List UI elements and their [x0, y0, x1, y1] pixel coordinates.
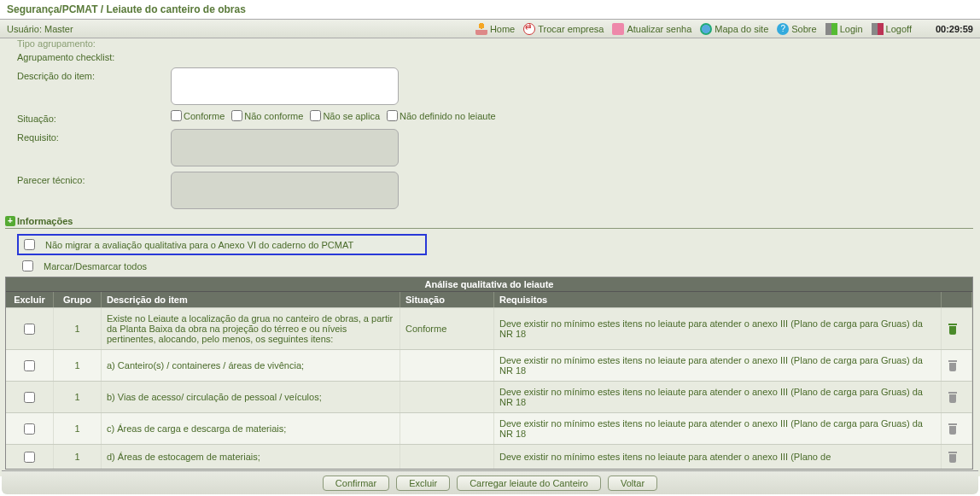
footer-bar: Confirmar Excluir Carregar leiaute do Ca…	[2, 470, 978, 494]
cell-situacao	[400, 382, 494, 412]
chk-nao-definido[interactable]: Não definido no leiaute	[387, 110, 496, 121]
trash-icon[interactable]	[947, 359, 959, 372]
trash-icon[interactable]	[947, 390, 959, 404]
row-nao-migrar: Não migrar a avaliação qualitativa para …	[17, 234, 427, 255]
table-row: 1d) Áreas de estocagem de materiais;Deve…	[6, 444, 972, 469]
cell-grupo: 1	[54, 382, 102, 412]
cell-situacao	[400, 350, 494, 381]
cell-descricao: Existe no Leiaute a localização da grua …	[102, 308, 400, 349]
nav-home[interactable]: Home	[475, 23, 515, 35]
label-requisito: Requisito:	[17, 129, 171, 143]
chk-marcar-todos[interactable]	[22, 260, 33, 271]
chk-conforme[interactable]: Conforme	[171, 110, 225, 121]
top-bar: Usuário: Master Home Trocar empresa Atua…	[0, 20, 980, 38]
hdr-descricao: Descrição do item	[102, 292, 400, 307]
cell-grupo: 1	[54, 350, 102, 381]
cell-descricao: b) Vias de acesso/ circulação de pessoal…	[102, 382, 400, 412]
cell-situacao	[400, 413, 494, 444]
chk-nao-conforme[interactable]: Não conforme	[231, 110, 303, 121]
cell-requisitos: Deve existir no mínimo estes itens no le…	[494, 413, 942, 444]
hdr-situacao: Situação	[400, 292, 494, 307]
trash-icon[interactable]	[947, 450, 959, 464]
nav-atualizar-senha[interactable]: Atualizar senha	[612, 23, 691, 35]
chk-nao-migrar[interactable]	[24, 239, 35, 250]
trash-icon[interactable]	[947, 422, 959, 435]
cell-requisitos: Deve existir no mínimo estes itens no le…	[494, 445, 942, 469]
cell-grupo: 1	[54, 445, 102, 469]
row-exclude-chk[interactable]	[24, 324, 35, 335]
key-icon	[612, 23, 624, 35]
user-label: Usuário: Master	[7, 24, 73, 34]
cell-grupo: 1	[54, 413, 102, 444]
row-exclude-chk[interactable]	[24, 360, 35, 371]
breadcrumb: Segurança/PCMAT / Leiaute do canteiro de…	[0, 0, 980, 20]
nav-mapa-site[interactable]: Mapa do site	[700, 23, 768, 35]
logoff-icon	[872, 23, 884, 35]
btn-voltar[interactable]: Voltar	[608, 476, 657, 491]
table-row: 1c) Áreas de carga e descarga de materia…	[6, 412, 972, 444]
label-agrupamento-checklist: Agrupamento checklist:	[17, 49, 171, 62]
globe-icon	[700, 23, 712, 35]
hdr-excluir: Excluir	[6, 292, 54, 307]
table-analise: Análise qualitativa do leiaute Excluir G…	[5, 277, 973, 470]
nav-trocar-empresa[interactable]: Trocar empresa	[523, 23, 604, 35]
lbl-nao-migrar: Não migrar a avaliação qualitativa para …	[45, 240, 353, 250]
cell-requisitos: Deve existir no mínimo estes itens no le…	[494, 308, 942, 349]
nav-sobre[interactable]: Sobre	[777, 23, 816, 35]
cell-descricao: c) Áreas de carga e descarga de materiai…	[102, 413, 400, 444]
table-row: 1b) Vias de acesso/ circulação de pessoa…	[6, 381, 972, 412]
btn-excluir[interactable]: Excluir	[396, 476, 450, 491]
descricao-item-input[interactable]	[171, 67, 399, 105]
main-content: Tipo agrupamento: Agrupamento checklist:…	[0, 38, 980, 476]
row-marcar-todos: Marcar/Desmarcar todos	[17, 257, 973, 275]
cell-requisitos: Deve existir no mínimo estes itens no le…	[494, 350, 942, 381]
plus-icon: +	[5, 216, 15, 226]
session-clock: 00:29:59	[936, 24, 973, 34]
hdr-delete	[942, 292, 972, 307]
lbl-marcar-todos: Marcar/Desmarcar todos	[44, 261, 147, 271]
hdr-requisitos: Requisitos	[494, 292, 942, 307]
nav-login[interactable]: Login	[825, 23, 863, 35]
help-icon	[777, 23, 789, 35]
label-situacao: Situação:	[17, 110, 171, 124]
cell-requisitos: Deve existir no mínimo estes itens no le…	[494, 382, 942, 412]
cell-descricao: a) Canteiro(s) / containeres / áreas de …	[102, 350, 400, 381]
top-nav: Home Trocar empresa Atualizar senha Mapa…	[475, 20, 973, 38]
table-row: 1a) Canteiro(s) / containeres / áreas de…	[6, 349, 972, 381]
row-exclude-chk[interactable]	[24, 423, 35, 435]
hdr-grupo: Grupo	[54, 292, 102, 307]
row-exclude-chk[interactable]	[24, 452, 35, 463]
table-header: Excluir Grupo Descrição do item Situação…	[6, 292, 972, 307]
btn-carregar[interactable]: Carregar leiaute do Canteiro	[457, 476, 601, 491]
cell-situacao	[400, 445, 494, 469]
cell-descricao: d) Áreas de estocagem de materiais;	[102, 445, 400, 469]
nav-logoff[interactable]: Logoff	[872, 23, 912, 35]
swap-icon	[523, 23, 535, 35]
login-icon	[825, 23, 837, 35]
label-parecer: Parecer técnico:	[17, 172, 171, 185]
cell-grupo: 1	[54, 308, 102, 349]
row-exclude-chk[interactable]	[24, 392, 35, 403]
cell-situacao: Conforme	[400, 308, 494, 349]
trash-icon[interactable]	[947, 322, 959, 336]
label-descricao-item: Descrição do item:	[17, 67, 171, 81]
requisito-input[interactable]	[171, 129, 399, 166]
parecer-input[interactable]	[171, 172, 399, 209]
chk-nao-aplica[interactable]: Não se aplica	[310, 110, 380, 121]
btn-confirmar[interactable]: Confirmar	[323, 476, 389, 491]
section-informacoes[interactable]: + Informações	[5, 214, 973, 229]
table-row: 1Existe no Leiaute a localização da grua…	[6, 307, 972, 349]
home-icon	[475, 23, 487, 35]
table-title: Análise qualitativa do leiaute	[6, 277, 972, 292]
label-tipo-agrupamento: Tipo agrupamento:	[17, 38, 973, 49]
